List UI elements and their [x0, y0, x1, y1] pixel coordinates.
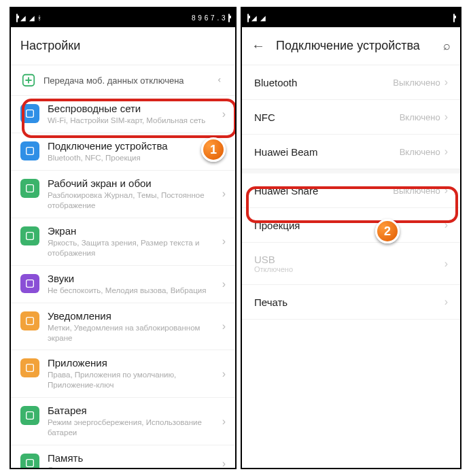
- row-value: Включено: [400, 147, 440, 157]
- svg-rect-6: [27, 317, 34, 324]
- svg-rect-7: [27, 364, 34, 372]
- signal-icon: ◢: [29, 14, 35, 22]
- item-title: Подключение устройства: [48, 140, 214, 152]
- device-connection-row[interactable]: Huawei BeamВключено›: [242, 135, 460, 169]
- chevron-right-icon: ›: [222, 278, 226, 290]
- chevron-right-icon: ›: [222, 108, 226, 120]
- chevron-right-icon: ›: [444, 111, 448, 123]
- item-subtitle: Очистка памяти: [48, 465, 214, 469]
- item-title: Беспроводные сети: [48, 103, 214, 114]
- item-icon: [20, 454, 39, 469]
- settings-item[interactable]: ЭкранЯркость, Защита зрения, Размер текс…: [11, 218, 235, 266]
- chevron-right-icon: ›: [444, 296, 448, 308]
- svg-rect-5: [27, 279, 34, 287]
- row-sublabel: Отключено: [254, 265, 293, 273]
- signal-icon: ◢: [251, 14, 258, 22]
- battery-icon: [453, 14, 455, 22]
- item-icon: [20, 226, 39, 245]
- item-icon: [20, 141, 39, 160]
- item-subtitle: Яркость, Защита зрения, Размер текста и …: [48, 238, 214, 258]
- svg-rect-3: [27, 185, 34, 192]
- settings-item[interactable]: Беспроводные сетиWi-Fi, Настройки SIM-ка…: [11, 96, 235, 133]
- item-subtitle: Не беспокоить, Мелодия вызова, Вибрация: [48, 286, 214, 296]
- row-label: USB: [254, 254, 293, 265]
- item-subtitle: Bluetooth, NFC, Проекция: [48, 153, 214, 163]
- step-badge-1: 1: [201, 137, 226, 162]
- search-icon[interactable]: ⌕: [443, 39, 451, 53]
- item-title: Звуки: [48, 273, 214, 284]
- chevron-right-icon: ›: [222, 320, 226, 333]
- battery-icon: [228, 14, 230, 22]
- settings-header: Настройки: [11, 27, 235, 65]
- device-connection-row[interactable]: Печать›: [242, 285, 460, 320]
- item-title: Уведомления: [48, 310, 214, 322]
- status-bar: ◢ ◢ ᚼ 8 9 6 7 . 3: [11, 8, 235, 27]
- device-connection-row[interactable]: NFCВключено›: [242, 100, 460, 135]
- bluetooth-icon: ᚼ: [37, 14, 42, 22]
- settings-item[interactable]: ПриложенияПрава, Приложения по умолчанию…: [11, 350, 235, 398]
- svg-rect-8: [27, 412, 34, 420]
- chevron-right-icon: ›: [444, 76, 448, 88]
- page-title: Подключение устройства: [276, 39, 420, 53]
- device-connection-row[interactable]: Проекция›: [242, 208, 460, 243]
- svg-rect-4: [27, 232, 34, 239]
- row-value: Включено: [400, 112, 440, 122]
- signal-icon: ◢: [260, 14, 266, 22]
- battery-icon: [247, 14, 249, 22]
- item-icon: [20, 358, 39, 377]
- item-icon: [20, 274, 39, 293]
- settings-item[interactable]: БатареяРежим энергосбережения, Использов…: [11, 398, 235, 445]
- signal-icon: ◢: [20, 14, 27, 22]
- time-text: 8 9 6 7 . 3: [192, 14, 226, 22]
- row-value: Выключено: [393, 78, 440, 88]
- item-icon: [20, 311, 39, 330]
- page-title: Настройки: [20, 39, 80, 53]
- item-subtitle: Режим энергосбережения, Использование ба…: [48, 418, 214, 438]
- status-bar: ◢ ◢: [242, 8, 460, 27]
- item-subtitle: Права, Приложения по умолчанию, Приложен…: [48, 370, 214, 390]
- row-label: Печать: [254, 296, 287, 308]
- item-icon: [20, 104, 39, 123]
- chevron-right-icon: ›: [444, 258, 448, 270]
- item-title: Батарея: [48, 405, 214, 416]
- row-label: Проекция: [254, 220, 300, 231]
- phone-right: ◢ ◢ ← Подключение устройства ⌕ Bluetooth…: [241, 7, 461, 469]
- item-subtitle: Wi-Fi, Настройки SIM-карт, Мобильная сет…: [48, 116, 214, 126]
- settings-item[interactable]: ЗвукиНе беспокоить, Мелодия вызова, Вибр…: [11, 266, 235, 303]
- chevron-right-icon: ›: [222, 188, 226, 200]
- mobile-data-banner[interactable]: Передача моб. данных отключена ⌄: [11, 65, 235, 96]
- item-icon: [20, 406, 39, 425]
- item-title: Экран: [48, 225, 214, 237]
- step-badge-2: 2: [375, 219, 400, 243]
- svg-rect-2: [27, 148, 34, 155]
- settings-item[interactable]: Рабочий экран и обоиРазблокировка Журнал…: [11, 171, 235, 218]
- chevron-right-icon: ›: [444, 146, 448, 158]
- chevron-right-icon: ›: [444, 219, 448, 231]
- settings-item[interactable]: УведомленияМетки, Уведомления на заблоки…: [11, 303, 235, 351]
- row-value: Выключено: [393, 186, 440, 196]
- item-title: Память: [48, 452, 214, 464]
- data-off-icon: [20, 72, 37, 88]
- device-connection-row[interactable]: BluetoothВыключено›: [242, 65, 460, 100]
- battery-icon: [16, 14, 18, 22]
- item-title: Приложения: [48, 357, 214, 369]
- svg-rect-1: [27, 110, 34, 118]
- device-connection-list: BluetoothВыключено›NFCВключено›Huawei Be…: [242, 65, 460, 320]
- back-icon[interactable]: ←: [251, 38, 265, 54]
- device-connection-header: ← Подключение устройства ⌕: [242, 27, 460, 65]
- row-label: NFC: [254, 112, 275, 123]
- chevron-right-icon: ›: [222, 458, 226, 469]
- device-connection-row: USBОтключено›: [242, 243, 460, 285]
- item-subtitle: Разблокировка Журнал, Темы, Постоянное о…: [48, 190, 214, 211]
- row-label: Bluetooth: [254, 77, 297, 88]
- device-connection-row[interactable]: Huawei ShareВыключено›: [242, 173, 460, 208]
- row-label: Huawei Share: [254, 185, 318, 197]
- banner-text: Передача моб. данных отключена: [43, 75, 184, 86]
- row-label: Huawei Beam: [254, 146, 317, 158]
- item-title: Рабочий экран и обои: [48, 177, 214, 189]
- svg-rect-9: [27, 460, 34, 467]
- chevron-right-icon: ›: [222, 368, 226, 380]
- item-subtitle: Метки, Уведомления на заблокированном эк…: [48, 323, 214, 343]
- settings-item[interactable]: ПамятьОчистка памяти›: [11, 445, 235, 469]
- chevron-right-icon: ›: [222, 235, 226, 248]
